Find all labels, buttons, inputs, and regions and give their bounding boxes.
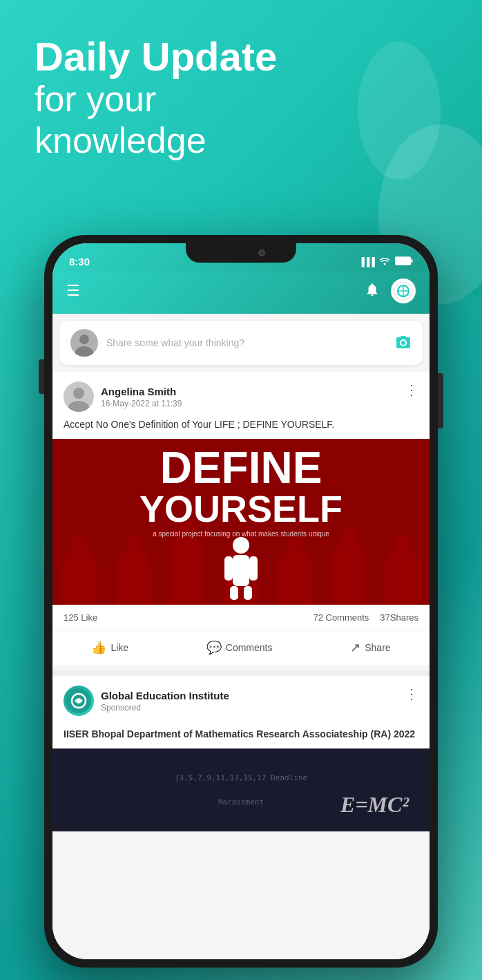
svg-rect-15	[230, 586, 238, 600]
decorative-blob-2	[358, 41, 441, 180]
comments-count: 72 Comments	[313, 612, 369, 623]
post-image: DEFINE YOURSELF a special project focusi…	[52, 439, 430, 605]
bg-person-2	[116, 549, 151, 605]
org-name: Global Education Institute	[101, 690, 229, 701]
hero-title-light-2: knowledge	[35, 120, 277, 162]
svg-rect-13	[224, 556, 233, 581]
phone-screen: 8:30 ▐▐▐	[52, 243, 430, 959]
sponsored-post-card: Global Education Institute Sponsored ⋮ I…	[52, 670, 430, 831]
post-author-name: Angelina Smith	[101, 386, 182, 397]
phone-notch	[186, 243, 296, 263]
camera-icon[interactable]	[395, 334, 412, 352]
post-user-info: Angelina Smith 16-May-2022 at 11:39	[64, 381, 182, 412]
sponsored-post-header: Global Education Institute Sponsored ⋮	[52, 676, 430, 722]
post-card: Angelina Smith 16-May-2022 at 11:39 ⋮ Ac…	[52, 372, 430, 665]
svg-rect-1	[412, 259, 413, 263]
battery-icon	[395, 256, 413, 267]
comment-button[interactable]: 💬 Comments	[195, 636, 284, 659]
hero-title-light-1: for your	[35, 79, 277, 120]
svg-rect-12	[233, 555, 249, 586]
likes-count: 125 Like	[64, 612, 97, 623]
svg-point-11	[233, 537, 249, 554]
like-label: Like	[110, 642, 128, 653]
post-more-button[interactable]: ⋮	[405, 381, 418, 398]
composer-placeholder[interactable]: Share some what your thinking?	[106, 337, 387, 348]
post-stats: 125 Like 72 Comments 37Shares	[52, 605, 430, 630]
post-actions: 👍 Like 💬 Comments ↗ Share	[52, 630, 430, 665]
svg-point-5	[79, 334, 89, 344]
phone-frame: 8:30 ▐▐▐	[44, 235, 438, 968]
share-button[interactable]: ↗ Share	[339, 636, 401, 659]
svg-rect-14	[249, 556, 258, 581]
image-yourself-text: YOURSELF	[52, 490, 430, 527]
hero-title-bold: Daily Update	[35, 35, 277, 79]
like-icon: 👍	[91, 640, 106, 655]
status-icons: ▐▐▐	[358, 256, 413, 267]
bg-person-7	[385, 549, 420, 605]
menu-icon[interactable]: ☰	[66, 282, 80, 300]
bg-person-1	[62, 549, 97, 605]
svg-rect-0	[396, 257, 411, 265]
post-timestamp: 16-May-2022 at 11:39	[101, 399, 182, 408]
bg-person-5	[278, 549, 312, 605]
post-header: Angelina Smith 16-May-2022 at 11:39 ⋮	[52, 372, 430, 417]
phone-wrapper: 8:30 ▐▐▐	[44, 235, 438, 968]
svg-rect-16	[244, 586, 252, 600]
post-author-details: Angelina Smith 16-May-2022 at 11:39	[101, 386, 182, 408]
post-text: Accept No One's Definition of Your LIFE …	[52, 417, 430, 439]
svg-point-9	[73, 388, 84, 399]
sponsored-label: Sponsored	[101, 703, 229, 713]
user-avatar	[70, 329, 98, 357]
signal-icon: ▐▐▐	[358, 257, 374, 267]
sponsored-user-info: Global Education Institute Sponsored	[64, 686, 229, 716]
main-figure	[220, 533, 262, 605]
status-time: 8:30	[69, 256, 90, 267]
comment-label: Comments	[226, 642, 273, 653]
app-logo-avatar[interactable]	[391, 279, 416, 303]
like-button[interactable]: 👍 Like	[80, 636, 139, 659]
sponsored-org-details: Global Education Institute Sponsored	[101, 690, 229, 713]
hero-section: Daily Update for your knowledge	[0, 0, 311, 175]
sponsored-post-text: IISER Bhopal Department of Mathematics R…	[52, 722, 430, 748]
image-subtitle: a special project focusing on what makes…	[52, 530, 430, 538]
notch-camera	[258, 249, 265, 256]
app-header: ☰	[52, 272, 430, 314]
share-icon: ↗	[350, 640, 360, 655]
sponsored-more-button[interactable]: ⋮	[405, 686, 418, 702]
post-composer[interactable]: Share some what your thinking?	[59, 321, 423, 365]
image-define-text: DEFINE	[52, 446, 430, 490]
bell-icon[interactable]	[365, 282, 380, 301]
bg-person-3	[170, 536, 204, 605]
svg-point-7	[401, 341, 405, 345]
content-area: Share some what your thinking?	[52, 314, 430, 959]
math-background: {3,5,7,9,11,13,15,17 Deadline Harassment	[175, 772, 307, 809]
comment-icon: 💬	[206, 640, 222, 655]
shares-count: 37Shares	[380, 612, 418, 623]
share-label: Share	[365, 642, 390, 653]
bg-person-6	[331, 543, 366, 605]
svg-point-19	[77, 699, 81, 703]
header-right	[365, 279, 416, 303]
emc2-formula: E=MC²	[340, 792, 409, 818]
wifi-icon	[378, 256, 391, 267]
sponsored-image: {3,5,7,9,11,13,15,17 Deadline Harassment…	[52, 748, 430, 831]
org-logo	[64, 686, 94, 716]
post-author-avatar	[64, 381, 94, 412]
